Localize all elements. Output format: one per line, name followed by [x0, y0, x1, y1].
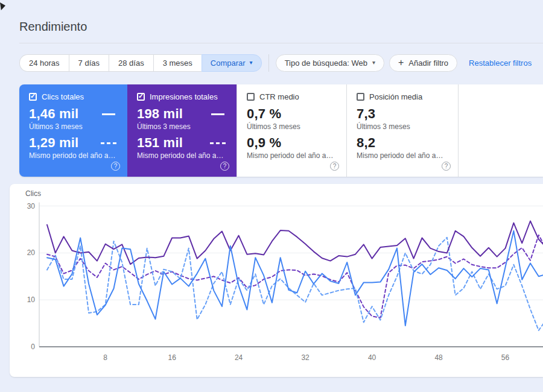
metric-current-value: 0,7 % [247, 106, 281, 122]
svg-text:24: 24 [235, 353, 243, 362]
help-icon[interactable]: ? [442, 162, 451, 171]
search-type-button[interactable]: Tipo de búsqueda: Web ▾ [276, 54, 384, 72]
range-button-28d[interactable]: 28 días [109, 54, 153, 72]
metric-previous-value: 1,29 mil [29, 135, 78, 151]
svg-text:8: 8 [103, 353, 107, 362]
solid-line-legend-icon [211, 113, 224, 115]
date-range-group: 24 horas 7 días 28 días 3 meses Comparar… [19, 54, 262, 72]
metric-cards-row: Clics totales 1,46 mil Últimos 3 meses 1… [19, 84, 543, 177]
metric-previous-value: 151 mil [137, 135, 183, 151]
card-label: Posición media [369, 92, 422, 101]
metric-current-period: Últimos 3 meses [137, 122, 227, 131]
card-total-impressions[interactable]: Impresiones totales 198 mil Últimos 3 me… [127, 84, 237, 177]
card-label: CTR medio [259, 92, 299, 101]
help-icon[interactable]: ? [111, 162, 120, 171]
checkbox-unchecked-icon[interactable] [357, 93, 364, 101]
card-label: Clics totales [42, 92, 84, 101]
svg-text:16: 16 [168, 353, 176, 362]
compare-button[interactable]: Comparar ▾ [202, 54, 262, 72]
filter-toolbar: 24 horas 7 días 28 días 3 meses Comparar… [19, 54, 543, 72]
dashed-line-legend-icon [101, 142, 116, 144]
svg-text:56: 56 [501, 353, 510, 362]
range-button-24h[interactable]: 24 horas [19, 54, 69, 72]
checkbox-checked-icon[interactable] [29, 93, 37, 101]
metric-previous-value: 0,9 % [247, 135, 281, 151]
svg-text:30: 30 [27, 202, 36, 210]
title-divider [19, 43, 543, 43]
metric-previous-period: Mismo periodo del año a… [357, 151, 448, 160]
compare-label: Comparar [211, 58, 246, 68]
chevron-down-icon: ▾ [372, 60, 375, 66]
svg-text:10: 10 [27, 296, 36, 304]
card-average-position[interactable]: Posición media 7,3 Últimos 3 meses 8,2 M… [346, 84, 458, 177]
checkbox-checked-icon[interactable] [137, 93, 145, 101]
metric-current-period: Últimos 3 meses [247, 122, 337, 131]
metric-previous-value: 8,2 [357, 135, 375, 151]
card-label: Impresiones totales [150, 92, 218, 101]
svg-text:32: 32 [301, 353, 310, 362]
range-button-7d[interactable]: 7 días [69, 54, 109, 72]
help-icon[interactable]: ? [220, 162, 229, 171]
svg-text:0: 0 [31, 343, 35, 351]
solid-line-legend-icon [102, 113, 115, 115]
card-total-clicks[interactable]: Clics totales 1,46 mil Últimos 3 meses 1… [19, 84, 127, 177]
svg-text:20: 20 [27, 248, 36, 257]
dashed-line-legend-icon [210, 142, 226, 144]
cursor-artifact [0, 2, 5, 10]
page-title: Rendimiento [19, 20, 87, 34]
metric-current-period: Últimos 3 meses [29, 122, 118, 131]
card-average-ctr[interactable]: CTR medio 0,7 % Últimos 3 meses 0,9 % Mi… [237, 84, 346, 177]
metric-current-value: 198 mil [137, 106, 183, 122]
metric-previous-period: Mismo periodo del año a… [247, 151, 337, 160]
clicks-impressions-line-chart[interactable]: 01020308162432404856 [10, 184, 543, 377]
cards-row-filler [458, 84, 543, 177]
svg-text:48: 48 [434, 353, 443, 362]
reset-filters-link[interactable]: Restablecer filtros [469, 58, 532, 68]
range-button-3m[interactable]: 3 meses [153, 54, 202, 72]
performance-chart-card: Clics 01020308162432404856 [10, 184, 543, 377]
performance-page: Rendimiento 24 horas 7 días 28 días 3 me… [0, 0, 543, 392]
metric-current-value: 1,46 mil [29, 106, 78, 122]
metric-current-period: Últimos 3 meses [357, 122, 448, 131]
checkbox-unchecked-icon[interactable] [247, 93, 255, 101]
metric-previous-period: Mismo periodo del año a… [29, 151, 118, 160]
add-filter-label: Añadir filtro [408, 58, 448, 68]
toolbar-divider [268, 54, 269, 72]
metric-previous-period: Mismo periodo del año a… [137, 151, 227, 160]
add-filter-button[interactable]: + Añadir filtro [389, 54, 457, 72]
chevron-down-icon: ▾ [250, 60, 253, 66]
svg-text:40: 40 [368, 353, 376, 362]
search-type-label: Tipo de búsqueda: Web [285, 58, 367, 68]
plus-icon: + [398, 58, 404, 68]
metric-current-value: 7,3 [357, 106, 375, 122]
help-icon[interactable]: ? [330, 162, 339, 171]
